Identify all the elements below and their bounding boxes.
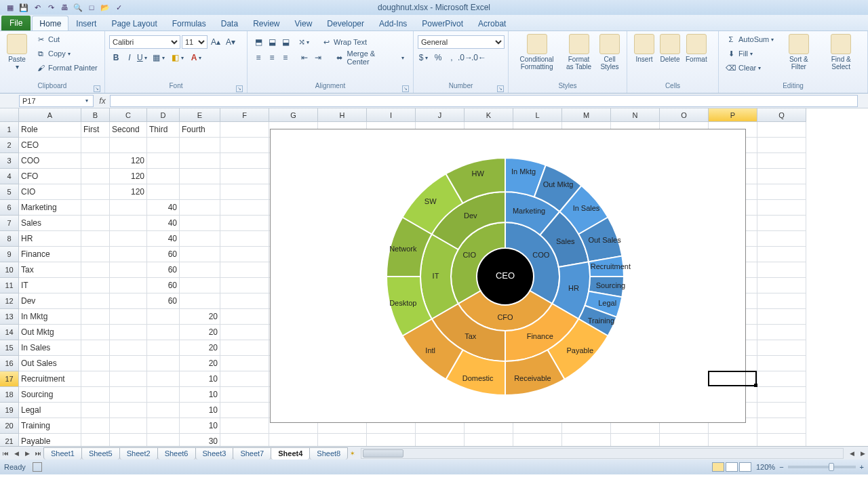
tab-developer[interactable]: Developer	[319, 16, 372, 30]
cell[interactable]	[180, 184, 220, 200]
find-select-button[interactable]: Find & Select	[818, 33, 863, 72]
cell[interactable]	[757, 356, 806, 371]
cell[interactable]: IT	[19, 278, 81, 293]
row-header[interactable]: 18	[0, 387, 19, 403]
cell[interactable]	[220, 138, 269, 153]
cell[interactable]: 20	[180, 325, 220, 340]
sheet-tab-sheet1[interactable]: Sheet1	[43, 447, 82, 460]
cell[interactable]: 60	[147, 278, 180, 293]
border-button[interactable]: ▦▾	[151, 52, 168, 64]
col-header-A[interactable]: A	[19, 108, 81, 122]
cell[interactable]	[81, 247, 110, 262]
fx-icon[interactable]: fx	[95, 96, 110, 106]
cell[interactable]	[416, 434, 465, 446]
col-header-L[interactable]: L	[513, 108, 562, 122]
cell[interactable]: Training	[19, 418, 81, 434]
col-header-K[interactable]: K	[465, 108, 513, 122]
print-icon[interactable]: 🖶	[58, 1, 71, 14]
number-launcher[interactable]: ↘	[497, 85, 504, 92]
sort-filter-button[interactable]: Sort & Filter	[778, 33, 818, 72]
cell[interactable]: Third	[147, 122, 180, 138]
cell[interactable]	[110, 231, 147, 247]
cell[interactable]: In Sales	[19, 340, 81, 356]
format-cells-button[interactable]: Format	[683, 33, 710, 64]
format-painter-button[interactable]: 🖌Format Painter	[33, 61, 100, 75]
cell[interactable]: 120	[110, 153, 147, 169]
autosum-button[interactable]: ΣAutoSum▾	[723, 33, 778, 46]
cell[interactable]	[81, 184, 110, 200]
cell[interactable]	[220, 184, 269, 200]
cell[interactable]	[513, 434, 562, 446]
cell[interactable]	[81, 309, 110, 325]
col-header-D[interactable]: D	[147, 108, 180, 122]
cell[interactable]	[81, 262, 110, 278]
tab-nav-first[interactable]: ⏮	[0, 448, 11, 459]
cell[interactable]	[110, 309, 147, 325]
merge-center-button[interactable]: ⬌Merge & Center▾	[332, 51, 409, 64]
save-icon[interactable]: 💾	[18, 1, 30, 14]
font-color-button[interactable]: A▾	[189, 52, 206, 64]
tab-home[interactable]: Home	[32, 16, 68, 30]
cell[interactable]	[81, 418, 110, 434]
cell[interactable]	[757, 122, 806, 138]
cut-button[interactable]: ✂Cut	[33, 33, 100, 46]
undo-icon[interactable]: ↶	[31, 1, 43, 14]
cell[interactable]	[110, 403, 147, 418]
sheet-tab-sheet6[interactable]: Sheet6	[157, 447, 196, 460]
row-header[interactable]: 4	[0, 169, 19, 184]
cell[interactable]	[220, 418, 269, 434]
cell[interactable]	[709, 434, 757, 446]
cell[interactable]	[757, 403, 806, 418]
delete-cells-button[interactable]: Delete	[657, 33, 683, 64]
page-break-view-button[interactable]	[739, 462, 751, 472]
row-header[interactable]: 5	[0, 184, 19, 200]
cell[interactable]	[757, 138, 806, 153]
cell[interactable]	[757, 387, 806, 403]
cell[interactable]	[180, 278, 220, 293]
spell-icon[interactable]: ✓	[113, 1, 125, 14]
cell[interactable]	[110, 262, 147, 278]
cell[interactable]	[147, 309, 180, 325]
cell[interactable]	[757, 418, 806, 434]
select-all-corner[interactable]	[0, 108, 19, 122]
cell[interactable]: 10	[180, 418, 220, 434]
col-header-M[interactable]: M	[562, 108, 611, 122]
cell[interactable]: CEO	[19, 138, 81, 153]
sheet-tab-sheet5[interactable]: Sheet5	[81, 447, 120, 460]
font-name-combo[interactable]: Calibri	[109, 35, 180, 49]
cell[interactable]	[757, 434, 806, 446]
worksheet-grid[interactable]: ABCDEFGHIJKLMNOPQ 1RoleFirstSecondThirdF…	[0, 108, 868, 446]
row-header[interactable]: 11	[0, 278, 19, 293]
tab-view[interactable]: View	[288, 16, 320, 30]
cell[interactable]: Sourcing	[19, 387, 81, 403]
shrink-font-icon[interactable]: A▾	[224, 36, 237, 48]
tab-acrobat[interactable]: Acrobat	[471, 16, 513, 30]
row-header[interactable]: 7	[0, 216, 19, 231]
number-format-combo[interactable]: General	[418, 35, 505, 49]
align-middle-icon[interactable]: ⬓	[266, 36, 278, 48]
col-header-G[interactable]: G	[269, 108, 318, 122]
bold-button[interactable]: B	[110, 52, 122, 64]
comma-icon[interactable]: ,	[446, 52, 458, 64]
cell[interactable]	[81, 387, 110, 403]
cell[interactable]: 40	[147, 200, 180, 216]
cell[interactable]: Out Sales	[19, 356, 81, 371]
cell[interactable]	[147, 434, 180, 446]
col-header-I[interactable]: I	[367, 108, 416, 122]
cell[interactable]	[147, 371, 180, 387]
cell[interactable]	[220, 200, 269, 216]
cell[interactable]	[110, 138, 147, 153]
cell[interactable]	[180, 169, 220, 184]
zoom-in-button[interactable]: +	[860, 463, 864, 471]
normal-view-button[interactable]	[712, 462, 724, 472]
cell[interactable]	[147, 418, 180, 434]
cell[interactable]: 10	[180, 403, 220, 418]
tab-nav-next[interactable]: ▶	[22, 448, 33, 459]
percent-icon[interactable]: %	[432, 52, 444, 64]
italic-button[interactable]: I	[123, 52, 136, 64]
cell[interactable]	[318, 434, 367, 446]
tab-review[interactable]: Review	[245, 16, 287, 30]
cell[interactable]	[757, 184, 806, 200]
cell[interactable]: 20	[180, 309, 220, 325]
cell[interactable]: Recruitment	[19, 371, 81, 387]
